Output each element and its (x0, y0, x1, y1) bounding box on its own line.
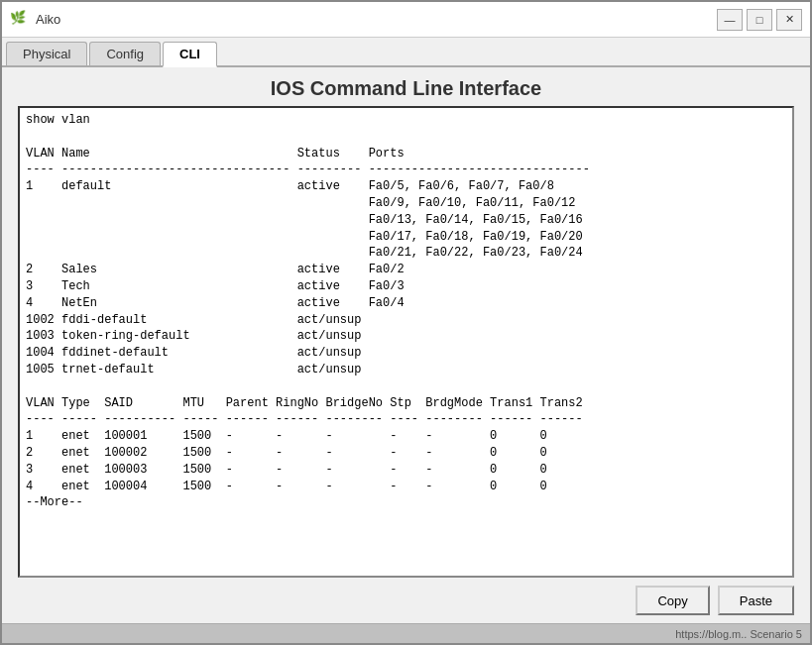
status-bar: https://blog.m.. Scenario 5 (2, 623, 810, 643)
app-icon: 🌿 (10, 10, 30, 30)
close-button[interactable]: ✕ (776, 9, 802, 31)
tab-physical[interactable]: Physical (6, 42, 87, 65)
paste-button[interactable]: Paste (718, 586, 794, 615)
tab-config[interactable]: Config (89, 42, 161, 65)
terminal-scroll-area[interactable]: show vlan VLAN Name Status Ports ---- --… (20, 108, 792, 576)
minimize-button[interactable]: — (717, 9, 743, 31)
status-text: https://blog.m.. Scenario 5 (675, 628, 802, 640)
copy-button[interactable]: Copy (636, 586, 709, 615)
page-title: IOS Command Line Interface (2, 67, 810, 106)
window-controls: — □ ✕ (717, 9, 802, 31)
bottom-bar: Copy Paste (2, 578, 810, 623)
window-title: Aiko (36, 12, 717, 27)
title-bar: 🌿 Aiko — □ ✕ (2, 2, 810, 38)
maximize-button[interactable]: □ (747, 9, 772, 31)
tab-cli[interactable]: CLI (163, 42, 217, 67)
tab-bar: Physical Config CLI (2, 38, 810, 67)
terminal-output: show vlan VLAN Name Status Ports ---- --… (26, 112, 786, 511)
terminal-container: show vlan VLAN Name Status Ports ---- --… (18, 106, 794, 578)
main-window: 🌿 Aiko — □ ✕ Physical Config CLI IOS Com… (0, 0, 812, 645)
